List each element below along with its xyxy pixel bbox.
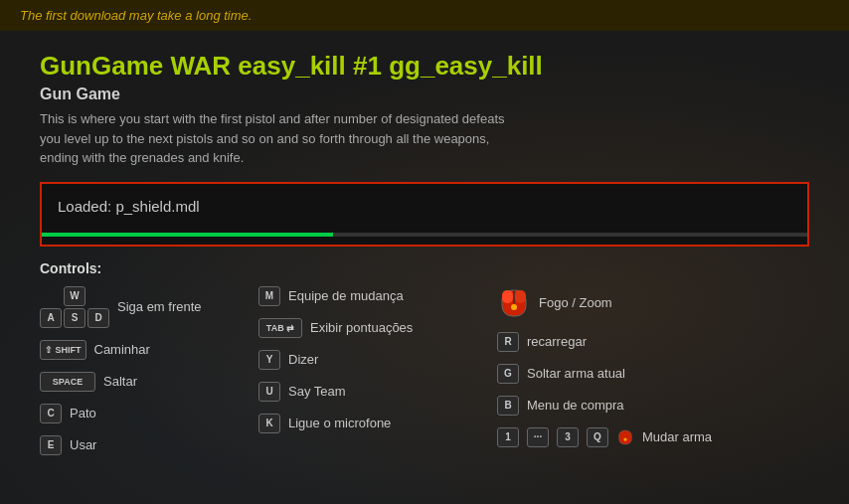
label-team-change: Equipe de mudança bbox=[288, 288, 404, 303]
controls-label: Controls: bbox=[40, 260, 809, 276]
label-fire-zoom: Fogo / Zoom bbox=[539, 295, 612, 310]
key-c: C bbox=[40, 404, 62, 423]
control-row-r: R recarregar bbox=[497, 332, 756, 352]
key-shift: ⇧ SHIFT bbox=[40, 340, 86, 360]
key-r: R bbox=[497, 332, 519, 352]
label-scores: Exibir pontuações bbox=[310, 320, 413, 335]
progress-bar-bg bbox=[42, 233, 807, 237]
key-3: 3 bbox=[557, 427, 579, 447]
control-row-tab: TAB ⇄ Exibir pontuações bbox=[258, 318, 497, 338]
progress-bar-fill bbox=[42, 233, 333, 237]
loading-text: Loaded: p_shield.mdl bbox=[58, 198, 791, 215]
control-row-weapons: 1 ··· 3 Q Mudar arma bbox=[497, 427, 756, 447]
mouse-small-icon bbox=[616, 428, 634, 446]
label-reload: recarregar bbox=[527, 334, 587, 349]
label-change-weapon: Mudar arma bbox=[642, 429, 712, 444]
game-description: This is where you start with the first p… bbox=[40, 109, 676, 168]
top-bar-message: The first download may take a long time. bbox=[20, 8, 252, 23]
control-row-space: SPACE Saltar bbox=[40, 372, 258, 392]
label-buy: Menu de compra bbox=[527, 398, 624, 413]
svg-point-4 bbox=[511, 304, 517, 310]
svg-rect-1 bbox=[502, 290, 513, 303]
key-y: Y bbox=[258, 350, 280, 370]
control-row-shift: ⇧ SHIFT Caminhar bbox=[40, 340, 258, 360]
top-bar: The first download may take a long time. bbox=[0, 0, 849, 31]
label-use: Usar bbox=[70, 437, 96, 452]
mouse-icon bbox=[497, 286, 531, 320]
key-k: K bbox=[258, 414, 280, 433]
label-say: Dizer bbox=[288, 352, 318, 367]
control-row-m: M Equipe de mudança bbox=[258, 286, 497, 306]
game-mode: Gun Game bbox=[40, 85, 809, 103]
key-d: D bbox=[87, 308, 109, 328]
loading-box: Loaded: p_shield.mdl bbox=[40, 182, 809, 247]
label-duck: Pato bbox=[70, 406, 96, 420]
key-e: E bbox=[40, 435, 62, 455]
label-mic: Ligue o microfone bbox=[288, 416, 391, 430]
control-row-g: G Soltar arma atual bbox=[497, 364, 756, 384]
svg-point-6 bbox=[623, 437, 626, 440]
server-title: GunGame WAR easy_kill #1 gg_easy_kill bbox=[40, 51, 809, 82]
control-row-b: B Menu de compra bbox=[497, 396, 756, 416]
key-b: B bbox=[497, 396, 519, 416]
key-m: M bbox=[258, 286, 280, 306]
key-u: U bbox=[258, 382, 280, 402]
key-tab: TAB ⇄ bbox=[258, 318, 302, 338]
key-a: A bbox=[40, 308, 62, 328]
control-row-mouse: Fogo / Zoom bbox=[497, 286, 756, 320]
svg-rect-2 bbox=[515, 290, 526, 303]
control-row-y: Y Dizer bbox=[258, 350, 497, 370]
key-1: 1 bbox=[497, 427, 519, 447]
control-row-wasd: W A S D Siga em frente bbox=[40, 286, 258, 328]
key-g: G bbox=[497, 364, 519, 384]
wasd-keys: W A S D bbox=[40, 286, 109, 328]
key-dot: ··· bbox=[527, 427, 549, 447]
label-walk: Caminhar bbox=[94, 342, 150, 357]
label-forward: Siga em frente bbox=[117, 299, 202, 314]
control-row-e: E Usar bbox=[40, 435, 258, 455]
label-jump: Saltar bbox=[103, 374, 137, 389]
control-row-c: C Pato bbox=[40, 404, 258, 423]
label-say-team: Say Team bbox=[288, 384, 346, 399]
key-s: S bbox=[64, 308, 85, 328]
label-drop: Soltar arma atual bbox=[527, 366, 625, 381]
control-row-u: U Say Team bbox=[258, 382, 497, 402]
svg-rect-5 bbox=[619, 430, 632, 444]
control-row-k: K Ligue o microfone bbox=[258, 414, 497, 433]
key-q: Q bbox=[587, 427, 608, 447]
key-space: SPACE bbox=[40, 372, 95, 392]
key-w: W bbox=[64, 286, 85, 306]
